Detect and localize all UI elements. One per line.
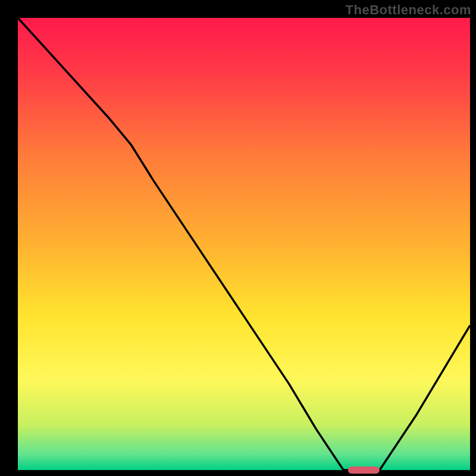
bottleneck-chart [0,0,476,476]
optimal-marker [348,466,380,474]
chart-container: TheBottleneck.com [0,0,476,476]
watermark-text: TheBottleneck.com [346,2,471,18]
plot-background [18,18,470,470]
